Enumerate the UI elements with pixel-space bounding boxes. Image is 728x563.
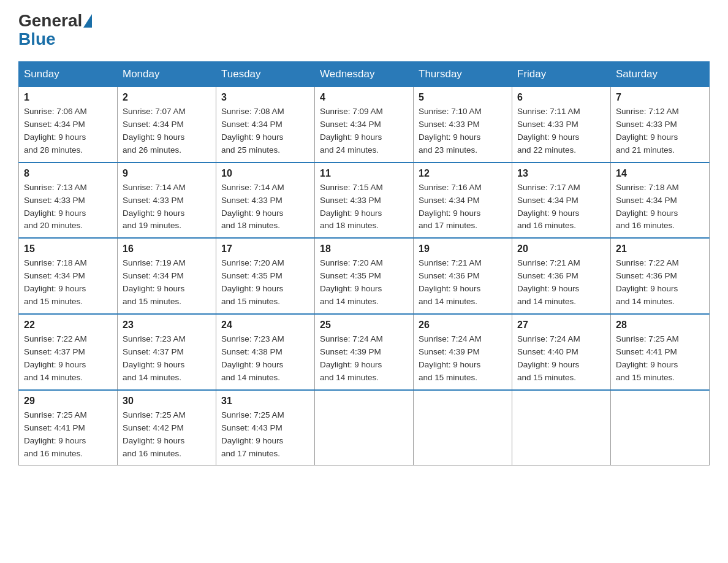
day-number: 15 [24,243,112,255]
calendar-week-row: 29 Sunrise: 7:25 AM Sunset: 4:41 PM Dayl… [19,390,710,465]
day-info: Sunrise: 7:24 AM Sunset: 4:40 PM Dayligh… [517,333,605,385]
day-number: 14 [616,168,704,179]
calendar-cell: 11 Sunrise: 7:15 AM Sunset: 4:33 PM Dayl… [315,163,414,239]
day-info: Sunrise: 7:14 AM Sunset: 4:33 PM Dayligh… [123,182,211,233]
day-info: Sunrise: 7:18 AM Sunset: 4:34 PM Dayligh… [24,257,112,308]
calendar-cell [414,390,512,465]
calendar-cell: 26 Sunrise: 7:24 AM Sunset: 4:39 PM Dayl… [414,314,512,390]
column-header-tuesday: Tuesday [216,62,315,87]
day-info: Sunrise: 7:06 AM Sunset: 4:34 PM Dayligh… [24,105,112,157]
day-number: 12 [419,168,507,179]
day-info: Sunrise: 7:10 AM Sunset: 4:33 PM Dayligh… [419,105,507,157]
day-number: 27 [517,320,605,331]
day-info: Sunrise: 7:15 AM Sunset: 4:33 PM Dayligh… [320,182,408,233]
column-header-wednesday: Wednesday [315,62,414,87]
day-info: Sunrise: 7:11 AM Sunset: 4:33 PM Dayligh… [517,105,605,157]
calendar-cell: 13 Sunrise: 7:17 AM Sunset: 4:34 PM Dayl… [512,163,611,239]
day-info: Sunrise: 7:13 AM Sunset: 4:33 PM Dayligh… [24,182,112,233]
calendar-cell: 3 Sunrise: 7:08 AM Sunset: 4:34 PM Dayli… [216,87,315,163]
calendar-cell: 30 Sunrise: 7:25 AM Sunset: 4:42 PM Dayl… [118,390,216,465]
logo: General Blue [18,12,93,49]
day-number: 29 [24,396,112,407]
calendar-cell: 16 Sunrise: 7:19 AM Sunset: 4:34 PM Dayl… [118,238,216,314]
calendar-week-row: 22 Sunrise: 7:22 AM Sunset: 4:37 PM Dayl… [19,314,710,390]
day-info: Sunrise: 7:19 AM Sunset: 4:34 PM Dayligh… [123,257,211,308]
calendar-cell: 28 Sunrise: 7:25 AM Sunset: 4:41 PM Dayl… [611,314,710,390]
day-info: Sunrise: 7:17 AM Sunset: 4:34 PM Dayligh… [517,182,605,233]
calendar-cell: 7 Sunrise: 7:12 AM Sunset: 4:33 PM Dayli… [611,87,710,163]
calendar-week-row: 1 Sunrise: 7:06 AM Sunset: 4:34 PM Dayli… [19,87,710,163]
page-header: General Blue [18,12,710,49]
day-info: Sunrise: 7:22 AM Sunset: 4:36 PM Dayligh… [616,257,704,308]
day-number: 16 [123,243,211,255]
calendar-cell: 10 Sunrise: 7:14 AM Sunset: 4:33 PM Dayl… [216,163,315,239]
day-number: 17 [221,243,309,255]
day-number: 1 [24,92,112,103]
calendar-cell: 14 Sunrise: 7:18 AM Sunset: 4:34 PM Dayl… [611,163,710,239]
day-number: 8 [24,168,112,179]
column-header-thursday: Thursday [414,62,512,87]
calendar-cell [315,390,414,465]
calendar-cell: 17 Sunrise: 7:20 AM Sunset: 4:35 PM Dayl… [216,238,315,314]
day-number: 26 [419,320,507,331]
day-info: Sunrise: 7:21 AM Sunset: 4:36 PM Dayligh… [517,257,605,308]
calendar-cell: 15 Sunrise: 7:18 AM Sunset: 4:34 PM Dayl… [19,238,118,314]
logo-general-text: General [18,12,82,29]
day-info: Sunrise: 7:18 AM Sunset: 4:34 PM Dayligh… [616,182,704,233]
calendar-cell: 12 Sunrise: 7:16 AM Sunset: 4:34 PM Dayl… [414,163,512,239]
day-number: 7 [616,92,704,103]
calendar-cell: 27 Sunrise: 7:24 AM Sunset: 4:40 PM Dayl… [512,314,611,390]
day-number: 9 [123,168,211,179]
day-number: 6 [517,92,605,103]
column-header-saturday: Saturday [611,62,710,87]
column-header-sunday: Sunday [19,62,118,87]
day-number: 19 [419,243,507,255]
calendar-cell: 24 Sunrise: 7:23 AM Sunset: 4:38 PM Dayl… [216,314,315,390]
day-info: Sunrise: 7:23 AM Sunset: 4:38 PM Dayligh… [221,333,309,385]
calendar-cell: 25 Sunrise: 7:24 AM Sunset: 4:39 PM Dayl… [315,314,414,390]
day-number: 20 [517,243,605,255]
logo-triangle-icon [83,14,92,28]
day-info: Sunrise: 7:07 AM Sunset: 4:34 PM Dayligh… [123,105,211,157]
calendar-cell: 8 Sunrise: 7:13 AM Sunset: 4:33 PM Dayli… [19,163,118,239]
day-number: 13 [517,168,605,179]
day-info: Sunrise: 7:25 AM Sunset: 4:41 PM Dayligh… [616,333,704,385]
day-info: Sunrise: 7:16 AM Sunset: 4:34 PM Dayligh… [419,182,507,233]
day-info: Sunrise: 7:22 AM Sunset: 4:37 PM Dayligh… [24,333,112,385]
day-info: Sunrise: 7:25 AM Sunset: 4:41 PM Dayligh… [24,409,112,461]
day-info: Sunrise: 7:20 AM Sunset: 4:35 PM Dayligh… [320,257,408,308]
day-info: Sunrise: 7:09 AM Sunset: 4:34 PM Dayligh… [320,105,408,157]
day-number: 22 [24,320,112,331]
day-number: 4 [320,92,408,103]
day-number: 10 [221,168,309,179]
calendar-cell: 9 Sunrise: 7:14 AM Sunset: 4:33 PM Dayli… [118,163,216,239]
calendar-cell: 18 Sunrise: 7:20 AM Sunset: 4:35 PM Dayl… [315,238,414,314]
calendar-cell: 23 Sunrise: 7:23 AM Sunset: 4:37 PM Dayl… [118,314,216,390]
calendar-cell [512,390,611,465]
calendar-week-row: 15 Sunrise: 7:18 AM Sunset: 4:34 PM Dayl… [19,238,710,314]
day-number: 25 [320,320,408,331]
column-header-monday: Monday [118,62,216,87]
day-info: Sunrise: 7:21 AM Sunset: 4:36 PM Dayligh… [419,257,507,308]
day-info: Sunrise: 7:25 AM Sunset: 4:43 PM Dayligh… [221,409,309,461]
day-number: 11 [320,168,408,179]
day-number: 23 [123,320,211,331]
calendar-cell: 4 Sunrise: 7:09 AM Sunset: 4:34 PM Dayli… [315,87,414,163]
logo-blue-text: Blue [18,29,56,48]
day-number: 30 [123,396,211,407]
day-info: Sunrise: 7:12 AM Sunset: 4:33 PM Dayligh… [616,105,704,157]
calendar-cell: 6 Sunrise: 7:11 AM Sunset: 4:33 PM Dayli… [512,87,611,163]
day-number: 28 [616,320,704,331]
calendar-cell: 19 Sunrise: 7:21 AM Sunset: 4:36 PM Dayl… [414,238,512,314]
calendar-header-row: SundayMondayTuesdayWednesdayThursdayFrid… [19,62,710,87]
day-number: 18 [320,243,408,255]
calendar-cell: 1 Sunrise: 7:06 AM Sunset: 4:34 PM Dayli… [19,87,118,163]
day-number: 24 [221,320,309,331]
calendar-cell: 5 Sunrise: 7:10 AM Sunset: 4:33 PM Dayli… [414,87,512,163]
day-number: 21 [616,243,704,255]
calendar-cell: 2 Sunrise: 7:07 AM Sunset: 4:34 PM Dayli… [118,87,216,163]
day-info: Sunrise: 7:24 AM Sunset: 4:39 PM Dayligh… [419,333,507,385]
day-number: 3 [221,92,309,103]
calendar-week-row: 8 Sunrise: 7:13 AM Sunset: 4:33 PM Dayli… [19,163,710,239]
day-info: Sunrise: 7:08 AM Sunset: 4:34 PM Dayligh… [221,105,309,157]
